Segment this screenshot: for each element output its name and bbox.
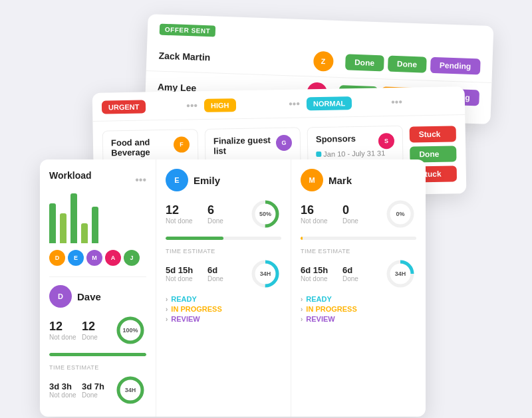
bar-2 bbox=[60, 213, 66, 243]
dave-stats: 12 Not done 12 Done 100% bbox=[49, 314, 146, 346]
zack-status-1: Done bbox=[345, 54, 384, 71]
wl-avatar-5: J bbox=[124, 250, 140, 266]
mark-done-label: Done bbox=[342, 217, 380, 225]
workload-title: Workload bbox=[49, 170, 92, 181]
mark-tags: › READY › IN PROGRESS › REVIEW bbox=[301, 295, 416, 323]
dave-donut: 100% bbox=[114, 314, 146, 346]
workload-header: Workload ••• bbox=[49, 170, 146, 190]
high-badge: HIGH bbox=[204, 98, 236, 112]
workload-menu-icon[interactable]: ••• bbox=[135, 174, 146, 186]
mark-hours-label: 34H bbox=[395, 270, 406, 277]
dave-time-est-label: TIME ESTIMATE bbox=[49, 364, 146, 371]
zack-name: Zack Martin bbox=[158, 51, 313, 66]
dave-done-time: 3d 7h Done bbox=[82, 381, 110, 399]
emily-not-done: 12 Not done bbox=[166, 203, 203, 225]
flag-icon-sponsors bbox=[316, 152, 321, 157]
workload-avatars: D E M A J bbox=[49, 250, 146, 266]
mark-not-done: 16 Not done bbox=[301, 203, 338, 225]
bar-chart bbox=[49, 190, 146, 243]
bar-fill-5 bbox=[92, 207, 98, 243]
emily-name: Emily bbox=[194, 175, 220, 186]
offer-sent-badge: OFFER SENT bbox=[160, 24, 216, 37]
mark-tag-ready: › READY bbox=[301, 295, 416, 303]
emily-progress-fill bbox=[166, 237, 223, 240]
urgent-menu-icon[interactable]: ••• bbox=[186, 100, 198, 112]
dave-percent-label: 100% bbox=[122, 327, 138, 334]
normal-badge: NORMAL bbox=[307, 96, 352, 110]
dave-done-time-num: 3d 7h bbox=[82, 381, 110, 391]
zack-status-3: Pending bbox=[430, 57, 481, 75]
emily-done-time: 6d Done bbox=[207, 265, 245, 282]
bar-4 bbox=[81, 223, 88, 243]
emily-stats: 12 Not done 6 Done 50% bbox=[166, 198, 281, 230]
kanban-normal-label: NORMAL ••• bbox=[307, 96, 402, 111]
bar-5 bbox=[92, 207, 98, 243]
emily-done: 6 Done bbox=[207, 203, 245, 225]
bar-1 bbox=[49, 203, 56, 243]
wl-avatar-4: A bbox=[105, 250, 121, 266]
bar-fill-4 bbox=[81, 223, 88, 243]
workload-card: Workload ••• bbox=[40, 159, 426, 417]
mark-time-row: 6d 15h Not done 6d Done 34H bbox=[301, 258, 416, 290]
emily-percent-label: 50% bbox=[259, 211, 271, 217]
emily-time-row: 5d 15h Not done 6d Done 34H bbox=[166, 258, 281, 290]
dave-hours-label: 34H bbox=[125, 387, 136, 393]
emily-done-num: 6 bbox=[207, 203, 245, 217]
dave-section: D Dave 12 Not done 12 Done bbox=[49, 276, 146, 406]
bar-fill-2 bbox=[60, 213, 66, 243]
mark-avatar: M bbox=[301, 169, 323, 191]
emily-not-done-time: 5d 15h Not done bbox=[166, 265, 203, 282]
mark-progress-fill bbox=[301, 237, 303, 240]
task-avatar-guest: G bbox=[276, 135, 292, 151]
task-title-guest: Finalize guest list bbox=[213, 135, 277, 156]
dave-progress-fill bbox=[49, 353, 146, 356]
task-date-sponsors: Jan 10 - July 31 31 bbox=[316, 149, 394, 158]
dave-avatar: D bbox=[49, 285, 72, 308]
mark-not-done-label: Not done bbox=[301, 217, 338, 225]
mark-done-time-num: 6d bbox=[342, 265, 380, 275]
zack-avatar: Z bbox=[313, 51, 334, 72]
dave-not-done-label: Not done bbox=[49, 334, 78, 341]
urgent-badge: URGENT bbox=[102, 100, 146, 114]
mark-tag-progress: › IN PROGRESS bbox=[301, 305, 416, 313]
normal-menu-icon[interactable]: ••• bbox=[391, 96, 402, 108]
task-title-sponsors: Sponsors bbox=[316, 134, 356, 144]
dave-done-num: 12 bbox=[82, 320, 110, 334]
emily-header: E Emily bbox=[166, 169, 281, 191]
mark-time-donut: 34H bbox=[384, 258, 416, 290]
dave-name: Dave bbox=[77, 291, 101, 302]
kanban-high-label: HIGH ••• bbox=[204, 97, 300, 112]
emily-donut: 50% bbox=[249, 198, 281, 230]
dave-not-done-time-num: 3d 3h bbox=[49, 381, 78, 391]
mark-time-est-label: TIME ESTIMATE bbox=[301, 248, 416, 255]
bar-fill-3 bbox=[70, 193, 77, 243]
emily-panel: E Emily 12 Not done 6 Done bbox=[156, 159, 291, 417]
dave-not-done: 12 Not done bbox=[49, 320, 78, 341]
emily-avatar: E bbox=[166, 169, 188, 191]
dave-not-done-time: 3d 3h Not done bbox=[49, 381, 78, 399]
emily-time-donut: 34H bbox=[249, 258, 281, 290]
bar-3 bbox=[70, 193, 77, 243]
emily-done-label: Done bbox=[207, 217, 245, 225]
mark-stats: 16 Not done 0 Done 0% bbox=[301, 198, 416, 230]
front-inner: Workload ••• bbox=[40, 159, 426, 417]
wl-avatar-1: D bbox=[49, 250, 65, 266]
emily-progress bbox=[166, 237, 281, 240]
bar-fill-1 bbox=[49, 203, 56, 243]
dave-time-row: 3d 3h Not done 3d 7h Done 34H bbox=[49, 374, 146, 406]
mark-name: Mark bbox=[329, 175, 352, 186]
emily-tag-review: › REVIEW bbox=[166, 315, 281, 323]
emily-tags: › READY › IN PROGRESS › REVIEW bbox=[166, 295, 281, 323]
mark-progress bbox=[301, 237, 416, 240]
mark-done-num: 0 bbox=[342, 203, 380, 217]
task-avatar-sponsors: S bbox=[378, 133, 394, 149]
high-menu-icon[interactable]: ••• bbox=[289, 98, 300, 110]
dave-done: 12 Done bbox=[82, 320, 110, 341]
zack-status-2: Done bbox=[388, 56, 427, 73]
workload-panel: Workload ••• bbox=[40, 159, 156, 417]
task-avatar-food: F bbox=[174, 136, 190, 152]
emily-not-done-num: 12 bbox=[166, 203, 203, 217]
dave-progress bbox=[49, 353, 146, 356]
dave-time-donut: 34H bbox=[114, 374, 146, 406]
mark-panel: M Mark 16 Not done 0 Done bbox=[291, 159, 426, 417]
